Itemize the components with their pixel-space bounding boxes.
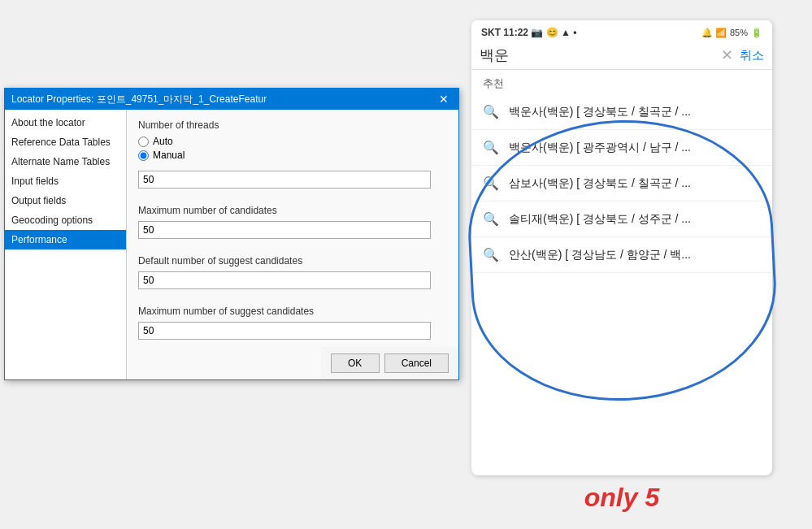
dialog-close-button[interactable]: ✕	[436, 93, 452, 105]
suggestion-header: 추천	[471, 70, 772, 94]
only-5-annotation: only 5	[471, 483, 772, 513]
search-icon-4: 🔍	[483, 247, 499, 262]
dialog-body: About the locator Reference Data Tables …	[5, 110, 458, 379]
battery: 85%	[730, 28, 748, 37]
search-input[interactable]	[480, 47, 714, 64]
auto-radio[interactable]	[138, 137, 149, 147]
threads-input[interactable]	[138, 171, 431, 189]
max-suggest-group	[138, 322, 447, 348]
max-candidates-input[interactable]	[138, 221, 431, 239]
sidebar-item-geocoding[interactable]: Geocoding options	[5, 210, 126, 230]
default-suggest-group	[138, 271, 447, 297]
max-suggest-input[interactable]	[138, 322, 431, 340]
carrier-time: SKT 11:22 📷 😊 ▲ •	[481, 27, 576, 38]
default-suggest-label: Default number of suggest candidates	[138, 255, 447, 267]
result-item-2[interactable]: 🔍 삼보사(백운) [ 경상북도 / 칠곡군 / ...	[471, 166, 772, 202]
manual-label: Manual	[153, 150, 185, 161]
result-item-0[interactable]: 🔍 백운사(백운) [ 경상북도 / 칠곡군 / ...	[471, 94, 772, 130]
dialog-main-content: Number of threads Auto Manual Maximum nu…	[127, 110, 458, 379]
threads-radio-group: Auto Manual	[138, 136, 447, 161]
mobile-phone: SKT 11:22 📷 😊 ▲ • 🔔 📶 85% 🔋 ✕ 취소 추천 🔍 백운…	[471, 20, 772, 475]
max-suggest-label: Maximum number of suggest candidates	[138, 306, 447, 317]
locator-properties-dialog: Locator Properties: 포인트_49751_마지막_1_Crea…	[4, 88, 459, 380]
dialog-footer: OK Cancel	[321, 347, 458, 379]
manual-radio-row: Manual	[138, 150, 447, 161]
sidebar-item-performance[interactable]: Performance	[5, 230, 126, 249]
search-icon-1: 🔍	[483, 140, 499, 155]
search-cancel-button[interactable]: 취소	[740, 48, 764, 63]
dialog-title: Locator Properties: 포인트_49751_마지막_1_Crea…	[11, 93, 267, 106]
search-bar: ✕ 취소	[471, 41, 772, 70]
sidebar-item-about[interactable]: About the locator	[5, 113, 126, 132]
max-candidates-label: Maximum number of candidates	[138, 205, 447, 216]
sidebar-item-input[interactable]: Input fields	[5, 171, 126, 191]
auto-radio-row: Auto	[138, 136, 447, 147]
result-item-3[interactable]: 🔍 솔티재(백운) [ 경상북도 / 성주군 / ...	[471, 202, 772, 237]
threads-value-group	[138, 171, 447, 197]
time: 11:22	[503, 27, 528, 38]
search-icon-3: 🔍	[483, 211, 499, 227]
max-candidates-group	[138, 221, 447, 247]
status-icons: 🔔 📶 85% 🔋	[701, 28, 762, 38]
result-text-1: 백운사(백운) [ 광주광역시 / 남구 / ...	[509, 141, 691, 155]
result-text-0: 백운사(백운) [ 경상북도 / 칠곡군 / ...	[509, 105, 691, 119]
auto-label: Auto	[153, 136, 173, 147]
default-suggest-input[interactable]	[138, 271, 431, 289]
search-icon-0: 🔍	[483, 104, 499, 119]
result-text-2: 삼보사(백운) [ 경상북도 / 칠곡군 / ...	[509, 176, 691, 191]
result-text-4: 안산(백운) [ 경상남도 / 함양군 / 백...	[509, 248, 691, 262]
sidebar-item-alternate[interactable]: Alternate Name Tables	[5, 152, 126, 171]
manual-radio[interactable]	[138, 150, 149, 161]
dialog-backdrop: Locator Properties: 포인트_49751_마지막_1_Crea…	[0, 88, 463, 388]
ok-button[interactable]: OK	[331, 353, 380, 373]
threads-label: Number of threads	[138, 119, 447, 131]
dialog-sidebar: About the locator Reference Data Tables …	[5, 110, 127, 379]
result-list: 🔍 백운사(백운) [ 경상북도 / 칠곡군 / ... 🔍 백운사(백운) […	[471, 94, 772, 273]
result-text-3: 솔티재(백운) [ 경상북도 / 성주군 / ...	[509, 212, 691, 227]
search-icon-2: 🔍	[483, 176, 499, 191]
sidebar-item-reference[interactable]: Reference Data Tables	[5, 132, 126, 152]
cancel-button[interactable]: Cancel	[384, 353, 449, 373]
result-item-1[interactable]: 🔍 백운사(백운) [ 광주광역시 / 남구 / ...	[471, 130, 772, 166]
dialog-titlebar: Locator Properties: 포인트_49751_마지막_1_Crea…	[5, 89, 458, 110]
search-clear-button[interactable]: ✕	[721, 46, 733, 64]
carrier: SKT	[481, 27, 501, 38]
status-bar: SKT 11:22 📷 😊 ▲ • 🔔 📶 85% 🔋	[471, 20, 772, 41]
result-item-4[interactable]: 🔍 안산(백운) [ 경상남도 / 함양군 / 백...	[471, 237, 772, 273]
sidebar-item-output[interactable]: Output fields	[5, 191, 126, 210]
